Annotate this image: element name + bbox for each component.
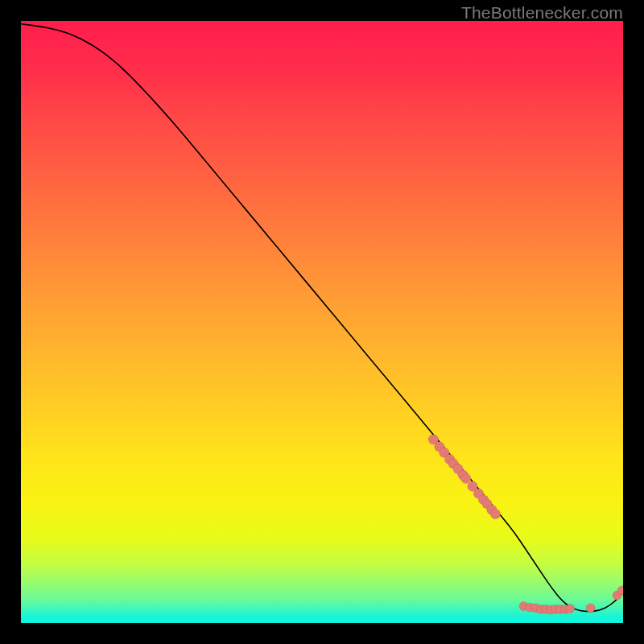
data-point-dot xyxy=(461,473,471,483)
recommendation-dots-lower xyxy=(519,586,623,614)
chart-stage: TheBottlenecker.com xyxy=(0,0,644,644)
data-point-dot xyxy=(566,604,575,613)
attribution-label: TheBottlenecker.com xyxy=(461,3,623,23)
curve-layer xyxy=(21,21,623,623)
data-point-dot xyxy=(490,509,500,518)
bottleneck-curve xyxy=(21,24,623,612)
data-point-dot xyxy=(586,604,595,613)
recommendation-dots-upper xyxy=(428,435,500,519)
plot-area xyxy=(21,21,623,623)
